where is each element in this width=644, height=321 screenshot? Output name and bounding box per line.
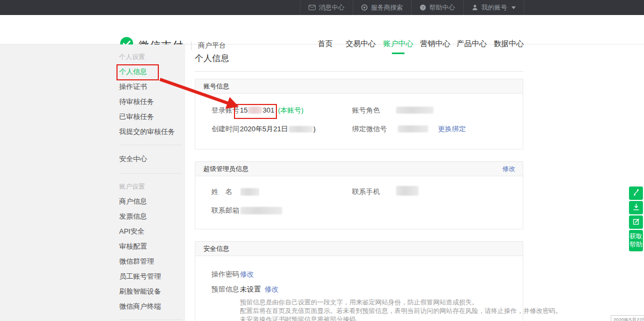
redacted-login-digits (248, 107, 262, 114)
operation-password-label: 操作密码 (211, 270, 239, 279)
service-provider-search-label: 服务商搜索 (371, 3, 403, 12)
contact-phone-label: 联系手机 (352, 187, 380, 197)
top-utility-bar: 消息中心 服务商搜索 ? 帮助中心 我的账号 (0, 0, 644, 15)
edit-icon (633, 218, 640, 227)
edit-admin-link[interactable]: 修改 (502, 162, 515, 176)
sidebar-item-reviewed-tasks[interactable]: 已审核任务 (119, 109, 182, 124)
redacted-created-time (289, 126, 313, 132)
redacted-contact-email (240, 207, 282, 214)
search-circle-icon (361, 4, 368, 11)
help-center-label: 帮助中心 (429, 3, 455, 12)
sidebar-item-operation-certificate[interactable]: 操作证书 (119, 79, 182, 94)
feedback-button[interactable] (629, 215, 643, 229)
get-help-button[interactable]: 获取帮助 (629, 230, 643, 251)
chevron-down-icon (511, 6, 516, 9)
redacted-contact-phone (396, 186, 419, 196)
my-account-menu[interactable]: 我的账号 (463, 0, 524, 15)
sidebar-divider (119, 145, 182, 145)
title-divider (195, 71, 523, 72)
help-circle-icon: ? (420, 4, 426, 11)
reserved-info-label: 预留信息 (211, 285, 239, 294)
redacted-account-role (396, 107, 434, 114)
login-account-label: 登录账号 (211, 106, 239, 115)
reserved-info-description: 预留信息是由你自己设置的一段文字，用来鉴定网站身份，防止假冒网站造成损失。 配置… (240, 298, 562, 321)
sidebar-item-personal-info[interactable]: 个人信息 (119, 64, 182, 79)
account-info-section: 账号信息 登录账号 15301 (本账号) 账号角色 创建时间 2020年5月2… (195, 79, 523, 150)
service-provider-search-menu[interactable]: 服务商搜索 (353, 0, 411, 15)
super-admin-section-header: 超级管理员信息修改 (195, 162, 523, 176)
download-button[interactable] (629, 201, 643, 214)
sidebar-divider (119, 173, 182, 174)
created-time-label: 创建时间 (211, 124, 239, 134)
main-header: 微信支付 商户平台 首页 交易中心 账户中心 营销中心 产品中心 数据中心 (0, 15, 644, 44)
wechat-pay-merchant-portal: { "topbar": { "items": [ { "icon": "mail… (0, 0, 644, 321)
sidebar-item-my-submitted-review-tasks[interactable]: 我提交的审核任务 (119, 124, 182, 139)
login-account-value: 15301 (240, 106, 274, 115)
sidebar-item-wechat-merchant-terminal[interactable]: 微信商户终端 (119, 299, 182, 314)
message-center-label: 消息中心 (319, 3, 345, 12)
sidebar-item-security-center[interactable]: 安全中心 (119, 152, 182, 167)
security-info-section-header: 安全信息 (195, 242, 523, 256)
sidebar-divider (119, 319, 182, 320)
sidebar-item-review-config[interactable]: 审核配置 (119, 239, 182, 254)
rebind-wechat-link[interactable]: 更换绑定 (438, 124, 466, 134)
sidebar-item-wechat-group-management[interactable]: 微信群管理 (119, 254, 182, 269)
created-time-value: 2020年5月21日) (240, 124, 316, 134)
super-admin-section: 超级管理员信息修改 姓 名 联系手机 联系邮箱 (195, 161, 523, 229)
sidebar-heading-account-settings: 账户设置 (119, 179, 182, 194)
redacted-admin-name (240, 188, 259, 196)
account-role-label: 账号角色 (352, 106, 380, 115)
quick-link-button[interactable] (629, 186, 643, 200)
mail-icon (309, 5, 316, 10)
redacted-wechat-id (398, 125, 428, 132)
sidebar-item-face-payment-devices[interactable]: 刷脸智能设备 (119, 284, 182, 299)
help-center-menu[interactable]: ? 帮助中心 (411, 0, 463, 15)
header-divider (191, 41, 192, 50)
sidebar: 个人设置 个人信息 操作证书 待审核任务 已审核任务 我提交的审核任务 安全中心… (0, 44, 185, 321)
my-account-label: 我的账号 (481, 3, 507, 12)
admin-name-label: 姓 名 (211, 187, 232, 197)
link-icon (633, 189, 640, 198)
reserved-info-value: 未设置 (240, 285, 261, 294)
svg-text:?: ? (422, 5, 425, 10)
current-account-tag: (本账号) (278, 106, 304, 115)
download-icon (633, 203, 640, 213)
edit-password-link[interactable]: 修改 (240, 270, 254, 279)
page-title: 个人信息 (195, 53, 523, 63)
security-info-section: 安全信息 操作密码 修改 预留信息 未设置 修改 预留信息是由你自己设置的一段文… (195, 241, 523, 321)
sidebar-item-invoice-info[interactable]: 发票信息 (119, 209, 182, 224)
contact-email-label: 联系邮箱 (211, 206, 239, 215)
sidebar-item-api-security[interactable]: API安全 (119, 224, 182, 239)
date-tooltip: 2020年5月22日 (611, 315, 644, 321)
sidebar-heading-personal-settings: 个人设置 (119, 49, 182, 64)
main-content: 个人信息 账号信息 登录账号 15301 (本账号) 账号角色 创建时间 202… (195, 44, 523, 321)
message-center-menu[interactable]: 消息中心 (300, 0, 353, 15)
account-info-section-header: 账号信息 (195, 79, 523, 94)
edit-reserved-info-link[interactable]: 修改 (265, 285, 279, 294)
floating-help-widget: 获取帮助 (629, 186, 643, 251)
sidebar-item-merchant-info[interactable]: 商户信息 (119, 194, 182, 209)
user-icon (472, 4, 478, 11)
bound-wechat-label: 绑定微信号 (352, 124, 387, 134)
sidebar-item-pending-review-tasks[interactable]: 待审核任务 (119, 94, 182, 109)
sidebar-item-staff-account-management[interactable]: 员工账号管理 (119, 269, 182, 284)
